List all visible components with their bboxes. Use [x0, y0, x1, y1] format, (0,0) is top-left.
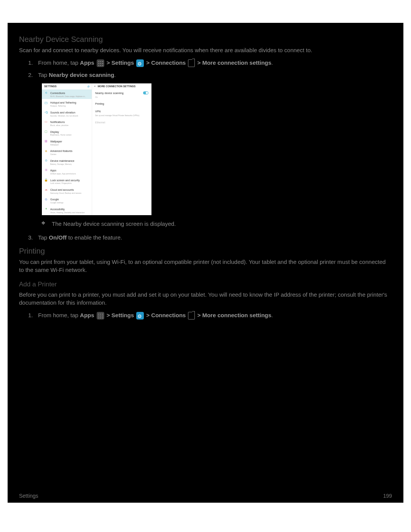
- item-icon: 🔒: [44, 178, 48, 182]
- setting-ethernet[interactable]: Ethernet: [92, 119, 151, 126]
- sidebar-item-device-maintenance[interactable]: ⊙Device maintenanceBattery, Storage, Mem…: [42, 157, 92, 167]
- sidebar-item-google[interactable]: GGoogleGoogle settings: [42, 196, 92, 205]
- item-icon: G: [44, 197, 48, 201]
- sidebar-item-accessibility[interactable]: ✦AccessibilityVision, Hearing, Dexterity…: [42, 206, 92, 215]
- sidebar-item-lock-screen-and-security[interactable]: 🔒Lock screen and securityLock screen, Fi…: [42, 177, 92, 186]
- sidebar-item-cloud-and-accounts[interactable]: ☁Cloud and accountsSamsung Cloud, Backup…: [42, 186, 92, 196]
- sidebar-item-wallpaper[interactable]: ▦WallpaperWallpaper: [42, 138, 92, 147]
- item-icon: ◁): [44, 110, 48, 114]
- label-apps: Apps: [80, 59, 94, 66]
- add-printer-intro: Before you can print to a printer, you m…: [19, 291, 392, 307]
- item-icon: ☁: [44, 188, 48, 192]
- footer-section: Settings: [19, 493, 38, 499]
- printing-intro: You can print from your tablet, using Wi…: [19, 258, 392, 274]
- steps-list: 1. From home, tap Apps > Settings > Conn…: [19, 58, 392, 242]
- item-icon: ▭: [44, 120, 48, 124]
- intro-paragraph: Scan for and connect to nearby devices. …: [19, 46, 392, 54]
- toggle-switch[interactable]: [143, 91, 148, 94]
- item-icon: ⊞: [44, 168, 48, 172]
- steps-list-2: 1. From home, tap Apps > Settings > Conn…: [19, 310, 392, 320]
- sidebar-item-notifications[interactable]: ▭NotificationsBlock, allow, prioritize: [42, 118, 92, 128]
- item-icon: (·): [44, 101, 48, 104]
- label-settings: Settings: [112, 59, 134, 66]
- settings-screenshot: SETTINGS ⌕ ⎋ConnectionsWi-Fi, Bluetooth,…: [42, 83, 151, 215]
- sidebar-item-apps[interactable]: ⊞AppsDefault apps, App permissions: [42, 167, 92, 176]
- setting-nearby-device-scanning[interactable]: Nearby device scanningOn: [92, 89, 151, 100]
- subsection-add-printer: Add a Printer: [19, 281, 392, 288]
- connections-icon: [188, 59, 195, 67]
- section-heading-printing: Printing: [19, 247, 392, 256]
- section-heading-nearby: Nearby Device Scanning: [19, 35, 392, 44]
- setting-printing[interactable]: Printing: [92, 100, 151, 108]
- label-more-conn: More connection settings: [202, 59, 271, 66]
- item-icon: ✦: [44, 207, 48, 211]
- step-2: 2. Tap Nearby device scanning. SETTINGS …: [38, 70, 392, 229]
- settings-icon: [136, 59, 144, 67]
- page-footer: Settings 199: [19, 493, 392, 499]
- mock-right-header: ‹ MORE CONNECTION SETTINGS: [92, 83, 151, 89]
- connections-icon: [188, 312, 195, 320]
- step-1: 1. From home, tap Apps > Settings > Conn…: [38, 58, 392, 68]
- sidebar-item-connections[interactable]: ⎋ConnectionsWi-Fi, Bluetooth, Data usage…: [42, 89, 92, 99]
- footer-page-number: 199: [383, 493, 392, 499]
- sidebar-item-hotspot-and-tethering[interactable]: (·)Hotspot and TetheringHotspot, Tetheri…: [42, 99, 92, 109]
- setting-vpn[interactable]: VPNSet up and manage Virtual Private Net…: [92, 108, 151, 118]
- mock-right-pane: ‹ MORE CONNECTION SETTINGS Nearby device…: [92, 83, 151, 215]
- label-connections: Connections: [151, 59, 186, 66]
- back-icon[interactable]: ‹: [94, 84, 96, 89]
- settings-icon: [136, 312, 144, 320]
- mock-left-pane: SETTINGS ⌕ ⎋ConnectionsWi-Fi, Bluetooth,…: [42, 83, 92, 215]
- item-icon: ▦: [44, 139, 48, 143]
- apps-icon: [97, 312, 104, 320]
- item-icon: ⊙: [44, 159, 48, 163]
- item-icon: ◈: [44, 149, 48, 153]
- step-3: 3. Tap On/Off to enable the feature.: [38, 233, 392, 243]
- sidebar-item-advanced-features[interactable]: ◈Advanced featuresGames: [42, 147, 92, 157]
- mock-left-header: SETTINGS ⌕: [42, 83, 92, 89]
- document-page: Nearby Device Scanning Scan for and conn…: [8, 23, 403, 503]
- item-icon: ⎋: [44, 91, 48, 95]
- sidebar-item-sounds-and-vibration[interactable]: ◁)Sounds and vibrationSounds, Vibration,…: [42, 109, 92, 118]
- search-icon[interactable]: ⌕: [88, 83, 89, 89]
- sidebar-item-display[interactable]: ▢DisplayBrightness, Home screen: [42, 128, 92, 138]
- apps-icon: [97, 59, 104, 67]
- item-icon: ▢: [44, 130, 48, 134]
- step-2-result: The Nearby device scanning screen is dis…: [38, 219, 392, 229]
- step-1b: 1. From home, tap Apps > Settings > Conn…: [38, 310, 392, 320]
